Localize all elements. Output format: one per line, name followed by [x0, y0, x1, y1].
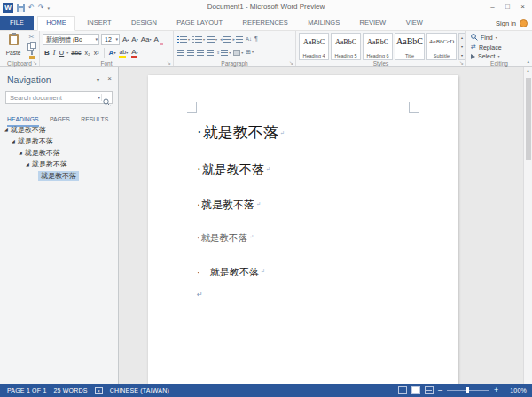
chevron-down-icon[interactable]: ▾ [115, 35, 118, 44]
paste-button[interactable]: Paste [2, 33, 25, 56]
print-layout-icon[interactable] [411, 386, 420, 394]
gallery-scroll-down-icon[interactable]: ▾ [461, 43, 463, 51]
nav-heading-level-3[interactable]: ◢就是教不落 [0, 147, 118, 159]
styles-dialog-launcher-icon[interactable]: ↘ [459, 60, 464, 66]
redo-icon[interactable]: ↷ [38, 3, 44, 13]
minimize-button[interactable]: – [485, 1, 500, 13]
language-indicator[interactable]: CHINESE (TAIWAN) [110, 387, 169, 393]
document-heading-5[interactable]: ·就是教不落↵ [197, 267, 265, 278]
highlight-color-button[interactable]: ab▾ [118, 48, 129, 58]
change-case-button[interactable]: Aa▾ [140, 35, 153, 45]
zoom-slider-thumb[interactable] [466, 387, 469, 393]
font-size-combobox[interactable]: 12 ▾ [101, 34, 120, 45]
font-dialog-launcher-icon[interactable]: ↘ [167, 60, 171, 66]
shrink-font-button[interactable]: A▾ [130, 35, 138, 45]
chevron-down-icon[interactable]: ▾ [95, 35, 98, 44]
format-painter-icon[interactable] [28, 51, 35, 59]
tab-mailings[interactable]: MAILINGS [300, 16, 348, 30]
select-button[interactable]: Select ▾ [471, 53, 499, 59]
font-name-combobox[interactable]: 新細明體 (Bo ▾ [43, 34, 99, 45]
underline-button[interactable]: U [58, 48, 65, 58]
nav-heading-level-1[interactable]: ◢就是教不落 [0, 124, 118, 136]
vertical-scrollbar[interactable]: ▲ [523, 67, 532, 384]
gallery-scroll-up-icon[interactable]: ▴ [461, 34, 463, 42]
justify-button[interactable] [207, 50, 214, 56]
sort-button[interactable]: A↓ [246, 36, 252, 42]
find-button[interactable]: Find ▾ [471, 34, 497, 41]
read-mode-icon[interactable] [398, 386, 407, 394]
style-heading-6[interactable]: AaBbC Heading 6 [363, 33, 393, 60]
collapse-triangle-icon[interactable]: ◢ [4, 127, 8, 132]
zoom-in-button[interactable]: + [494, 386, 498, 394]
customize-qat-icon[interactable]: ▾ [47, 5, 50, 11]
document-heading-1[interactable]: ·就是教不落↵ [197, 124, 285, 142]
nav-heading-level-4[interactable]: ◢就是教不落 [0, 159, 118, 170]
nav-heading-level-5-selected[interactable]: 就是教不落 [0, 170, 118, 182]
paragraph-dialog-launcher-icon[interactable]: ↘ [289, 60, 293, 66]
increase-indent-button[interactable]: ▸ [233, 36, 244, 43]
numbering-button[interactable]: ▾ [192, 36, 205, 43]
close-button[interactable]: × [515, 1, 530, 13]
collapse-triangle-icon[interactable]: ◢ [12, 138, 15, 144]
word-count[interactable]: 25 WORDS [53, 387, 87, 393]
bold-button[interactable]: B [43, 48, 51, 58]
navigation-close-icon[interactable]: × [107, 74, 112, 82]
tab-home[interactable]: HOME [37, 16, 75, 31]
document-heading-4[interactable]: ·就是教不落↵ [197, 233, 254, 244]
tab-view[interactable]: VIEW [398, 16, 431, 30]
replace-button[interactable]: ⇄ Replace [471, 43, 502, 51]
align-left-button[interactable] [177, 50, 184, 56]
undo-icon[interactable]: ↶ [28, 3, 35, 13]
clipboard-dialog-launcher-icon[interactable]: ↘ [33, 60, 37, 66]
navigation-options-icon[interactable]: ▾ [97, 76, 99, 82]
strikethrough-button[interactable]: abc [70, 48, 82, 58]
sign-in[interactable]: Sign in [496, 16, 528, 31]
collapse-triangle-icon[interactable]: ◢ [26, 161, 29, 167]
underline-dropdown-icon[interactable]: ▾ [66, 51, 68, 55]
tab-page-layout[interactable]: PAGE LAYOUT [168, 16, 231, 30]
gallery-more-icon[interactable]: ▾ [461, 51, 463, 59]
grow-font-button[interactable]: A▴ [121, 35, 129, 45]
tab-file[interactable]: FILE [0, 16, 34, 30]
zoom-out-button[interactable]: – [438, 386, 442, 394]
tab-references[interactable]: REFERENCES [235, 16, 296, 30]
style-subtitle[interactable]: AaBbCcD Subtitle [426, 33, 457, 60]
clear-formatting-button[interactable]: A [153, 35, 164, 45]
line-spacing-button[interactable]: ⇕▾ [216, 50, 231, 56]
proofing-status-icon[interactable]: × [95, 387, 103, 394]
tab-insert[interactable]: INSERT [79, 16, 119, 30]
italic-button[interactable]: I [52, 48, 57, 58]
shading-button[interactable]: ▾ [233, 50, 243, 56]
borders-button[interactable]: ⊞▾ [246, 48, 254, 57]
decrease-indent-button[interactable]: ◂ [220, 36, 231, 43]
superscript-button[interactable]: x² [93, 48, 100, 58]
maximize-button[interactable]: □ [500, 1, 515, 13]
document-heading-3[interactable]: ·就是教不落↵ [197, 199, 261, 212]
style-heading-5[interactable]: AaBbC Heading 5 [331, 33, 361, 60]
multilevel-list-button[interactable]: ▾ [207, 36, 217, 43]
zoom-level[interactable]: 100% [510, 387, 527, 393]
show-formatting-marks-button[interactable]: ¶ [254, 35, 258, 43]
style-heading-4[interactable]: AaBbC Heading 4 [299, 33, 329, 60]
collapse-ribbon-icon[interactable]: ▴ [527, 58, 529, 64]
bullets-button[interactable]: ▾ [177, 36, 190, 43]
document-page[interactable]: ·就是教不落↵ ·就是教不落↵ ·就是教不落↵ ·就是教不落↵ ·就是教不落↵ … [148, 75, 458, 384]
search-options-icon[interactable]: ▾ [98, 92, 100, 103]
web-layout-icon[interactable] [425, 386, 434, 394]
cut-icon[interactable]: ✂ [29, 34, 35, 40]
tab-review[interactable]: REVIEW [352, 16, 395, 30]
nav-heading-level-2[interactable]: ◢就是教不落 [0, 136, 118, 147]
style-title[interactable]: AaBbC Title [395, 33, 425, 60]
tab-design[interactable]: DESIGN [123, 16, 165, 30]
zoom-slider[interactable] [447, 390, 489, 391]
text-effects-button[interactable]: A▾ [108, 48, 117, 58]
document-heading-2[interactable]: ·就是教不落↵ [197, 163, 270, 177]
search-input[interactable] [6, 92, 91, 103]
align-right-button[interactable] [197, 50, 204, 56]
subscript-button[interactable]: x₂ [84, 48, 91, 58]
save-icon[interactable] [17, 4, 25, 12]
page-count[interactable]: PAGE 1 OF 1 [7, 387, 46, 393]
copy-icon[interactable] [27, 42, 35, 50]
scroll-up-icon[interactable]: ▲ [524, 68, 532, 73]
scrollbar-thumb[interactable] [526, 78, 531, 160]
